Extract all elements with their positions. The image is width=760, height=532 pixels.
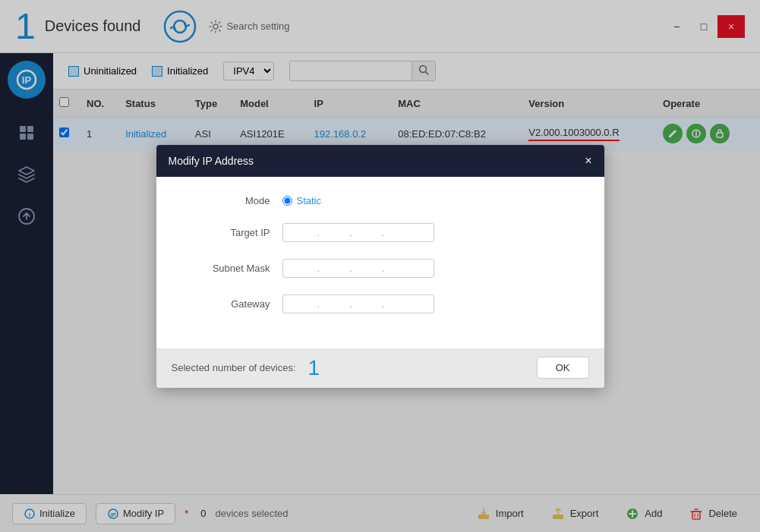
mode-label: Mode — [179, 195, 270, 206]
static-radio[interactable] — [282, 196, 292, 206]
target-ip-label: Target IP — [179, 227, 270, 238]
gateway-row: Gateway . . . — [179, 294, 582, 313]
mode-control: Static — [282, 195, 322, 206]
target-ip-input-group: . . . — [282, 223, 434, 242]
modal-close-btn[interactable]: × — [585, 154, 591, 168]
subnet-mask-octet1[interactable] — [289, 263, 316, 274]
gateway-octet1[interactable] — [289, 298, 316, 310]
modal-overlay: Modify IP Address × Mode Static Target I… — [0, 0, 760, 532]
gateway-label: Gateway — [179, 298, 270, 310]
selected-devices-label: Selected number of devices: — [172, 362, 296, 373]
mode-row: Mode Static — [179, 195, 582, 206]
modify-ip-modal: Modify IP Address × Mode Static Target I… — [156, 145, 604, 388]
gateway-input-group: . . . — [282, 294, 434, 313]
target-ip-octet1[interactable] — [289, 227, 316, 238]
subnet-mask-octet4[interactable] — [386, 263, 412, 274]
ok-btn[interactable]: OK — [537, 357, 589, 379]
target-ip-row: Target IP . . . — [179, 223, 582, 242]
subnet-mask-row: Subnet Mask . . . — [179, 259, 582, 278]
static-radio-label[interactable]: Static — [282, 195, 322, 206]
modal-body: Mode Static Target IP . . . — [156, 177, 604, 348]
modal-header: Modify IP Address × — [156, 145, 604, 177]
subnet-mask-input-group: . . . — [282, 259, 434, 278]
subnet-mask-octet2[interactable] — [321, 263, 348, 274]
gateway-octet3[interactable] — [354, 298, 380, 310]
gateway-octet4[interactable] — [386, 298, 412, 310]
gateway-octet2[interactable] — [321, 298, 348, 310]
modal-title: Modify IP Address — [169, 155, 254, 167]
selected-devices-count: 1 — [308, 356, 320, 380]
target-ip-octet4[interactable] — [386, 227, 412, 238]
subnet-mask-octet3[interactable] — [354, 263, 380, 274]
selected-devices-info: Selected number of devices: 1 — [172, 356, 320, 380]
subnet-mask-label: Subnet Mask — [179, 263, 270, 274]
modal-footer: Selected number of devices: 1 OK — [156, 348, 604, 388]
target-ip-octet2[interactable] — [321, 227, 348, 238]
target-ip-octet3[interactable] — [354, 227, 380, 238]
static-label: Static — [297, 195, 322, 206]
